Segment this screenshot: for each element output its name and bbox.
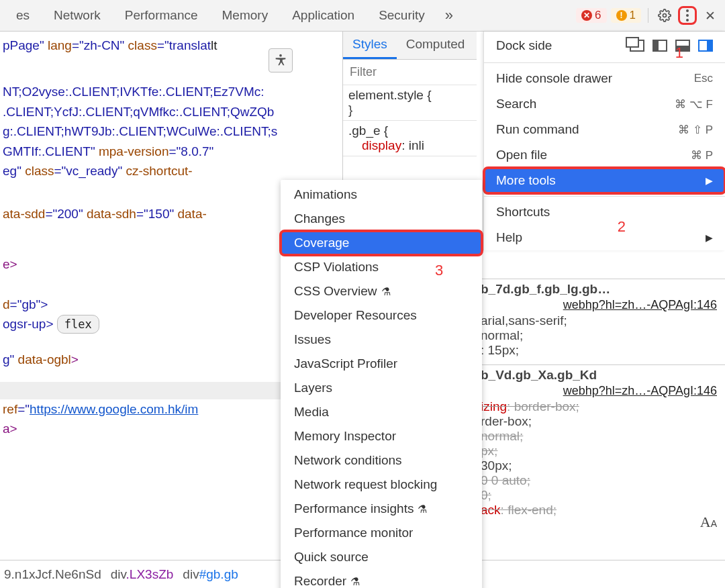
css-property[interactable]: display (362, 138, 401, 152)
warning-badge[interactable]: ! 1 (611, 8, 641, 23)
code-text: pPage" (3, 38, 48, 52)
source-file-link[interactable]: webhp?hl=zh…-AQPAgI:146 (481, 383, 721, 399)
flask-icon: ⚗ (418, 503, 427, 516)
tab-application[interactable]: Application (280, 0, 367, 31)
sub-js-profiler[interactable]: JavaScript Profiler (281, 352, 482, 376)
devtools-tabbar: es Network Performance Memory Applicatio… (0, 0, 725, 32)
css-selector-detail[interactable]: b_Vd.gb_Xa.gb_Kd (481, 368, 721, 383)
menu-open-file[interactable]: Open file ⌘ P (484, 142, 725, 168)
kebab-menu-icon[interactable] (678, 6, 697, 25)
menu-more-tools[interactable]: More tools ▶ (484, 168, 725, 193)
sub-quick-source[interactable]: Quick source (281, 545, 482, 569)
sub-media[interactable]: Media (281, 400, 482, 424)
href-link[interactable]: https://www.google.com.hk/im (30, 402, 198, 416)
close-devtools-icon[interactable]: ✕ (701, 6, 720, 25)
tab-computed[interactable]: Computed (397, 32, 475, 59)
sub-recorder[interactable]: Recorder⚗ (281, 569, 482, 588)
annotation-3: 3 (435, 262, 443, 279)
sub-memory-inspector[interactable]: Memory Inspector (281, 424, 482, 448)
dock-left-icon[interactable] (652, 40, 667, 52)
menu-run-command[interactable]: Run command ⌘ ⇧ P (484, 117, 725, 142)
flask-icon: ⚗ (350, 575, 360, 588)
accessibility-icon[interactable] (269, 48, 293, 72)
submenu-arrow-icon: ▶ (706, 232, 713, 243)
font-size-icon[interactable]: AA (700, 513, 717, 531)
sub-csp-violations[interactable]: CSP Violations (281, 255, 482, 279)
tab-styles[interactable]: Styles (343, 32, 397, 59)
tab-network[interactable]: Network (42, 0, 113, 31)
tabs-overflow-icon[interactable]: » (437, 0, 461, 31)
tab-security[interactable]: Security (367, 0, 437, 31)
separator (648, 8, 648, 23)
annotation-2: 2 (618, 218, 626, 236)
sub-layers[interactable]: Layers (281, 376, 482, 400)
warning-count: 1 (630, 9, 636, 22)
warning-dot-icon: ! (616, 10, 627, 21)
menu-hide-console[interactable]: Hide console drawer Esc (484, 66, 725, 91)
menu-help[interactable]: Help ▶ (484, 225, 725, 250)
annotation-1: 1 (675, 44, 683, 62)
source-file-link[interactable]: webhp?hl=zh…-AQPAgI:146 (481, 297, 721, 313)
svg-point-2 (686, 14, 689, 17)
sub-network-conditions[interactable]: Network conditions (281, 448, 482, 473)
sub-perf-monitor[interactable]: Performance monitor (281, 521, 482, 545)
sub-css-overview[interactable]: CSS Overview⚗ (281, 279, 482, 303)
css-selector-detail[interactable]: b_7d.gb_f.gb_lg.gb… (481, 282, 721, 297)
menu-shortcuts[interactable]: Shortcuts (484, 199, 725, 225)
more-tools-submenu: Animations Changes Coverage CSP Violatio… (281, 180, 482, 588)
sub-perf-insights[interactable]: Performance insights⚗ (281, 497, 482, 521)
sub-coverage[interactable]: Coverage (281, 231, 482, 255)
css-selector[interactable]: .gb_e { (348, 124, 471, 138)
css-selector[interactable]: element.style { (348, 88, 471, 103)
css-value: 30px; (481, 458, 721, 473)
menu-search[interactable]: Search ⌘ ⌥ F (484, 91, 725, 117)
svg-point-3 (686, 19, 689, 21)
settings-gear-icon[interactable] (655, 6, 674, 25)
svg-point-0 (663, 14, 667, 17)
styles-filter-input[interactable] (343, 60, 477, 85)
sub-dev-resources[interactable]: Developer Resources (281, 303, 482, 328)
sub-changes[interactable]: Changes (281, 207, 482, 231)
dock-popout-icon[interactable] (630, 40, 644, 52)
submenu-arrow-icon: ▶ (706, 175, 713, 186)
css-value: arial,sans-serif; (481, 313, 721, 328)
svg-point-4 (279, 54, 282, 57)
sub-animations[interactable]: Animations (281, 183, 482, 207)
tab-sources-partial[interactable]: es (4, 0, 42, 31)
error-badge[interactable]: ✕ 6 (576, 8, 606, 23)
error-dot-icon: ✕ (581, 10, 592, 21)
dock-right-icon[interactable] (698, 40, 713, 52)
crumb-item[interactable]: 9.n1xJcf.Ne6nSd (4, 567, 101, 582)
svg-point-1 (686, 9, 689, 12)
flex-badge[interactable]: flex (57, 315, 99, 334)
css-value: rder-box; (481, 414, 721, 429)
css-value: : 15px; (481, 343, 721, 358)
flask-icon: ⚗ (381, 285, 391, 298)
tab-performance[interactable]: Performance (113, 0, 210, 31)
css-rules-detail: b_7d.gb_f.gb_lg.gb… webhp?hl=zh…-AQPAgI:… (477, 279, 725, 524)
css-value: normal; (481, 328, 721, 343)
menu-dock-label: Dock side (496, 38, 552, 53)
sub-network-blocking[interactable]: Network request blocking (281, 473, 482, 497)
devtools-main-menu: Dock side Hide console drawer Esc Search… (483, 32, 725, 250)
error-count: 6 (595, 9, 601, 22)
sub-issues[interactable]: Issues (281, 328, 482, 352)
tab-memory[interactable]: Memory (210, 0, 281, 31)
